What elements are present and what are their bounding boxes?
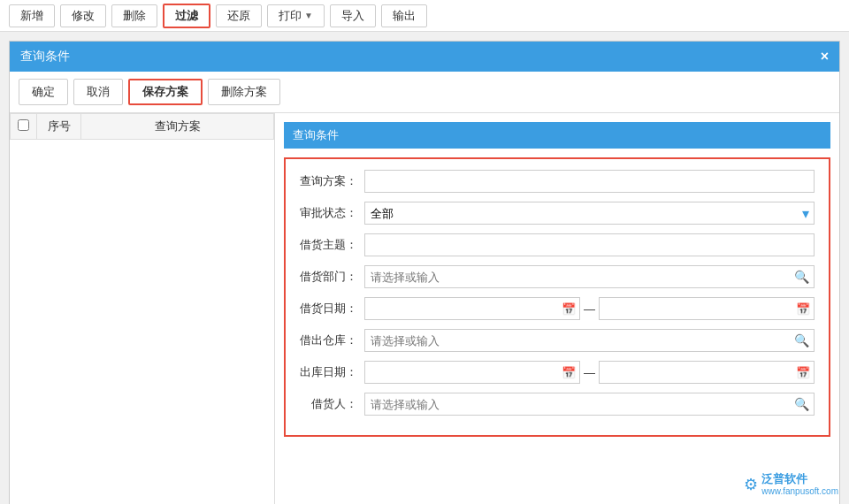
- btn-print[interactable]: 打印 ▼: [267, 4, 325, 27]
- date-from-wrapper: 📅: [364, 297, 580, 320]
- label-outbound-date: 出库日期：: [300, 364, 357, 380]
- search-icon-borrower[interactable]: 🔍: [794, 397, 809, 411]
- toolbar: 新增 修改 删除 过滤 还原 打印 ▼ 导入 输出: [0, 0, 849, 32]
- btn-delete[interactable]: 删除: [111, 4, 157, 27]
- plans-table: 序号 查询方案: [10, 113, 274, 140]
- dialog-title: 查询条件: [20, 49, 70, 65]
- field-warehouse: 借出仓库： 🔍: [300, 329, 815, 352]
- input-borrower[interactable]: [364, 393, 815, 416]
- input-loan-date-to[interactable]: [599, 297, 815, 320]
- date-to-wrapper: 📅: [599, 297, 815, 320]
- right-panel: 查询条件 查询方案： 审批状态： 全部 待审批 已审批: [275, 113, 839, 504]
- footer-url: www.fanpusoft.com: [761, 486, 838, 497]
- date-outbound-from-wrapper: 📅: [364, 361, 580, 384]
- dialog-header: 查询条件 ×: [10, 42, 839, 72]
- col-plan-name: 查询方案: [81, 114, 274, 140]
- field-outbound-date: 出库日期： 📅 — 📅: [300, 361, 815, 384]
- field-loan-date: 借货日期： 📅 — 📅: [300, 297, 815, 320]
- input-loan-date-from[interactable]: [364, 297, 580, 320]
- btn-edit[interactable]: 修改: [60, 4, 106, 27]
- label-loan-subject: 借货主题：: [300, 237, 357, 253]
- label-loan-dept: 借货部门：: [300, 269, 357, 285]
- date-outbound-to-wrapper: 📅: [599, 361, 815, 384]
- date-range-outbound: 📅 — 📅: [364, 361, 815, 384]
- search-icon-warehouse[interactable]: 🔍: [794, 333, 809, 347]
- label-borrower: 借货人：: [300, 396, 357, 412]
- calendar-icon-outbound-from[interactable]: 📅: [562, 366, 576, 379]
- btn-import[interactable]: 导入: [330, 4, 376, 27]
- footer-logo-icon: ⚙: [744, 475, 758, 494]
- btn-filter[interactable]: 过滤: [163, 4, 210, 28]
- search-wrapper-borrower: 🔍: [364, 393, 815, 416]
- label-approval-status: 审批状态：: [300, 205, 357, 221]
- field-plan-name: 查询方案：: [300, 170, 815, 193]
- select-wrapper-status: 全部 待审批 已审批 已拒绝 ▾: [364, 202, 815, 225]
- select-approval-status[interactable]: 全部 待审批 已审批 已拒绝: [364, 202, 815, 225]
- dialog-actions: 确定 取消 保存方案 删除方案: [10, 72, 839, 113]
- search-wrapper-warehouse: 🔍: [364, 329, 815, 352]
- confirm-button[interactable]: 确定: [19, 79, 68, 105]
- right-panel-header: 查询条件: [284, 122, 830, 149]
- input-outbound-date-to[interactable]: [599, 361, 815, 384]
- left-panel: 序号 查询方案: [10, 113, 275, 504]
- search-icon-dept[interactable]: 🔍: [794, 270, 809, 284]
- print-dropdown-arrow: ▼: [304, 11, 313, 20]
- footer-brand: 泛普软件: [761, 472, 838, 486]
- col-checkbox: [11, 114, 37, 140]
- calendar-icon-to[interactable]: 📅: [796, 302, 810, 316]
- calendar-icon-outbound-to[interactable]: 📅: [796, 366, 810, 379]
- btn-export[interactable]: 输出: [381, 4, 427, 27]
- field-borrower: 借货人： 🔍: [300, 393, 815, 416]
- calendar-icon-from[interactable]: 📅: [562, 302, 576, 316]
- save-plan-button[interactable]: 保存方案: [128, 79, 203, 105]
- footer-watermark: ⚙ 泛普软件 www.fanpusoft.com: [744, 472, 838, 497]
- input-warehouse[interactable]: [364, 329, 815, 352]
- field-approval-status: 审批状态： 全部 待审批 已审批 已拒绝 ▾: [300, 202, 815, 225]
- dialog-body: 序号 查询方案 查询条件 查询方案：: [10, 113, 839, 504]
- cancel-button[interactable]: 取消: [73, 79, 123, 105]
- label-plan-name: 查询方案：: [300, 173, 357, 189]
- btn-add[interactable]: 新增: [9, 4, 55, 27]
- label-warehouse: 借出仓库：: [300, 332, 357, 348]
- input-plan-name[interactable]: [364, 170, 815, 193]
- date-range-loan: 📅 — 📅: [364, 297, 815, 320]
- footer-text: 泛普软件 www.fanpusoft.com: [761, 472, 838, 497]
- close-button[interactable]: ×: [821, 49, 829, 65]
- label-loan-date: 借货日期：: [300, 301, 357, 317]
- select-all-checkbox[interactable]: [18, 119, 29, 131]
- input-loan-dept[interactable]: [364, 265, 815, 288]
- conditions-form: 查询方案： 审批状态： 全部 待审批 已审批 已拒绝 ▾: [284, 157, 830, 437]
- field-loan-subject: 借货主题：: [300, 233, 815, 256]
- query-dialog: 查询条件 × 确定 取消 保存方案 删除方案 序号 查询方案: [9, 41, 840, 504]
- input-outbound-date-from[interactable]: [364, 361, 580, 384]
- date-separator-1: —: [584, 302, 595, 316]
- delete-plan-button[interactable]: 删除方案: [208, 79, 280, 105]
- input-loan-subject[interactable]: [364, 233, 815, 256]
- field-loan-dept: 借货部门： 🔍: [300, 265, 815, 288]
- date-separator-2: —: [584, 366, 595, 379]
- col-seq: 序号: [37, 114, 81, 140]
- search-wrapper-dept: 🔍: [364, 265, 815, 288]
- btn-restore[interactable]: 还原: [216, 4, 262, 27]
